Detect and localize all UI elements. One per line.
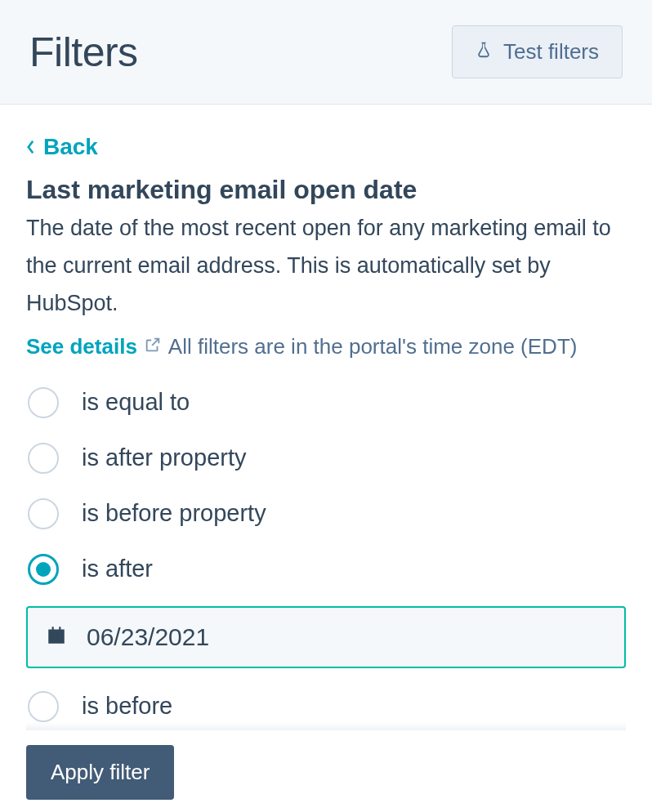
radio-option-is-after-property[interactable]: is after property [28,443,626,474]
radio-icon [28,443,59,474]
radio-label: is after property [82,444,246,471]
property-description: The date of the most recent open for any… [26,210,626,323]
radio-dot-icon [36,562,51,577]
radio-option-is-before-property[interactable]: is before property [28,498,626,529]
radio-label: is after [82,555,153,582]
page-title: Filters [29,29,138,76]
see-details-label: See details [26,334,137,359]
date-input-container[interactable] [26,606,626,668]
radio-label: is equal to [82,389,190,416]
flask-icon [476,39,492,65]
radio-option-is-before[interactable]: is before [28,691,626,722]
timezone-note: All filters are in the portal's time zon… [168,334,578,359]
radio-icon [28,387,59,418]
date-input[interactable] [85,622,606,652]
test-filters-button[interactable]: Test filters [452,25,623,78]
back-link[interactable]: Back [26,134,626,160]
back-label: Back [43,134,98,160]
scroll-fade [26,722,626,730]
radio-icon-selected [28,554,59,585]
property-title: Last marketing email open date [26,175,626,205]
radio-option-is-equal-to[interactable]: is equal to [28,387,626,418]
calendar-icon [46,625,67,649]
radio-icon [28,498,59,529]
external-link-icon [144,334,162,359]
see-details-link[interactable]: See details [26,334,162,359]
test-filters-label: Test filters [503,39,599,65]
header-bar: Filters Test filters [0,0,652,105]
apply-filter-label: Apply filter [51,760,150,784]
radio-icon [28,691,59,722]
apply-filter-button[interactable]: Apply filter [26,745,174,800]
chevron-left-icon [26,134,35,160]
radio-label: is before property [82,500,266,527]
radio-option-is-after[interactable]: is after [28,554,626,585]
details-row: See details All filters are in the porta… [26,334,626,359]
content-area: Back Last marketing email open date The … [0,105,652,812]
radio-label: is before [82,693,172,720]
